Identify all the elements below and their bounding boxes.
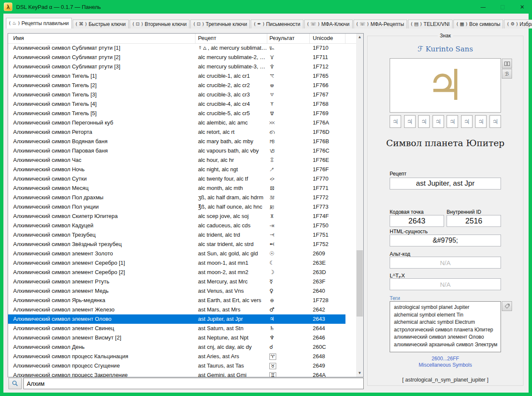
code-point-field[interactable] [390, 215, 444, 227]
table-row[interactable]: Алхимический символ Сублимат ртути [3] a… [8, 62, 356, 71]
table-row[interactable]: Алхимический символ Сублимат ртути [1] ☿… [8, 43, 356, 53]
table-row[interactable]: Алхимический символ элемент Серебро [1] … [8, 258, 356, 268]
close-button[interactable]: ✕ [512, 0, 532, 14]
cell-result: 🝥 [267, 71, 310, 81]
result-glyph: ☌ [269, 344, 273, 350]
table-row[interactable]: Алхимический символ Пол унции ℥ß, alc ha… [8, 202, 356, 212]
html-entity-field[interactable] [390, 235, 501, 246]
html-entity-label: HTML-сущность [390, 229, 428, 235]
minimize-button[interactable]: — [473, 0, 493, 14]
tab-secondary-keys[interactable]: ( ⊡ ) Вторичные ключи [130, 20, 190, 28]
table-scrollbar[interactable]: ▲ ▼ [356, 34, 363, 377]
table-row[interactable]: Алхимический символ Час alc hour, alc hr… [8, 156, 356, 165]
font-name-link[interactable]: ℱ Kurinto Sans [368, 45, 523, 53]
scroll-down-icon[interactable]: ▼ [356, 370, 363, 377]
tab-telex-vni[interactable]: ( ▤ ) TELEX/VNI [408, 20, 453, 28]
cell-unicode: 264A [310, 371, 345, 377]
search-input[interactable] [23, 378, 364, 389]
glyph-variant-box[interactable]: ♃ [418, 115, 430, 128]
cell-unicode: 1F76F [310, 165, 345, 174]
column-header-result[interactable]: Результат [267, 34, 310, 43]
cell-name: Алхимический символ Тигель [3] [8, 90, 195, 99]
table-row[interactable]: Алхимический символ процесс Закрепление … [8, 371, 356, 377]
column-header-name[interactable]: Имя [8, 34, 195, 43]
table-row[interactable]: Алхимический символ Тигель [3] alc cruci… [8, 90, 356, 99]
book-icon [504, 62, 510, 66]
glyph-variant-box[interactable]: ♃ [447, 115, 458, 128]
glyph-variant-box[interactable]: ♃ [390, 115, 401, 128]
table-row[interactable]: Алхимический символ процесс Сгущение ast… [8, 361, 356, 371]
table-row[interactable]: Алхимический символ Пол драхмы ʒß, alc h… [8, 193, 356, 202]
table-row[interactable]: Алхимический символ Тигель [1] alc cruci… [8, 71, 356, 81]
table-row[interactable]: Алхимический символ Тигель [5] alc cruci… [8, 109, 356, 118]
table-row[interactable]: Алхимический символ Водяная баня alc mar… [8, 137, 356, 146]
tab-ipa-keys[interactable]: ( ☏ ) МФА-Ключи [304, 20, 353, 28]
scrollbar-thumb[interactable] [357, 250, 363, 317]
table-row[interactable]: Алхимический символ Паровая баня alc vap… [8, 146, 356, 156]
table-row[interactable]: Алхимический символ элемент Ртуть ast Me… [8, 277, 356, 286]
table-row[interactable]: Алхимический символ Ярь-медянка ast Eart… [8, 296, 356, 305]
table-row[interactable]: Алхимический символ Реторта alc retort, … [8, 127, 356, 137]
column-header-recipe[interactable]: Рецепт [195, 34, 267, 43]
table-row[interactable]: Алхимический символ элемент Олово ast Ju… [8, 314, 356, 324]
table-row[interactable]: Алхимический символ Ночь alc night, alc … [8, 165, 356, 174]
table-row[interactable]: Алхимический символ элемент Золото ast S… [8, 249, 356, 258]
cell-name: Алхимический символ Скипетр Юпитера [8, 212, 195, 221]
latex-field[interactable] [390, 278, 501, 290]
table-row[interactable]: Алхимический символ Скипетр Юпитера alc … [8, 212, 356, 221]
close-icon: ✕ [520, 4, 525, 10]
recipe-field[interactable] [390, 178, 501, 190]
tab-tertiary-keys[interactable]: ( ⊡ ) Третичные ключи [190, 20, 250, 28]
edit-tags-button[interactable] [502, 301, 512, 311]
table-row[interactable]: Алхимический символ элемент Висмут [2] a… [8, 333, 356, 342]
tag-item: alchemical symbol element Tin [394, 311, 499, 319]
cell-name: Алхимический символ Тигель [2] [8, 81, 195, 90]
tags-list[interactable]: astrological symbol planet Jupiteralchem… [390, 301, 501, 352]
table-row[interactable]: Алхимический символ Трезубец alc trident… [8, 230, 356, 240]
scroll-up-icon[interactable]: ▲ [356, 34, 363, 41]
tab-all-symbols[interactable]: ( ▦ ) Все символы [453, 20, 503, 28]
tab-favorites[interactable]: ( ⚙ ) Избранное [504, 20, 532, 28]
glyph-variant-box[interactable]: ♃ [433, 115, 444, 128]
search-button[interactable] [8, 378, 22, 389]
cell-spacer [345, 99, 356, 109]
table-row[interactable]: Алхимический символ Сутки alc twenty fou… [8, 174, 356, 184]
column-header-unicode[interactable]: Unicode [310, 34, 345, 43]
tab-ipa-recipes[interactable]: ( ☏ ) МФА-Рецепты [354, 20, 407, 28]
table-row[interactable]: Алхимический символ Тигель [2] alc cruci… [8, 81, 356, 90]
glyph-variant-box[interactable]: ♃ [490, 115, 501, 128]
maximize-button[interactable]: □ [493, 0, 512, 14]
table-row[interactable]: Алхимический символ процесс Кальцинация … [8, 352, 356, 361]
cell-result: ☽ [267, 268, 310, 277]
tab-melt-recipes[interactable]: ( ♨ ) Рецепты плавильни [6, 18, 72, 28]
table-row[interactable]: Алхимический символ элемент Свинец ast S… [8, 324, 356, 333]
tab-quick-keys[interactable]: ( ⌘ ) Быстрые ключи [73, 20, 129, 28]
table-row[interactable]: Алхимический символ Кадуцей alc caduceus… [8, 221, 356, 230]
tab-icon: ( ☏ ) [357, 20, 369, 28]
glyph-variant-box[interactable]: ♃ [475, 115, 487, 128]
table-row[interactable]: Алхимический символ Перегонный куб alc a… [8, 118, 356, 127]
tab-scripts[interactable]: ( ✒ ) Письменности [251, 20, 303, 28]
table-row[interactable]: Алхимический символ Месяц alc month, alc… [8, 184, 356, 193]
table-body: Алхимический символ Сублимат ртути [1] ☿… [8, 43, 356, 377]
glyph-variant-box[interactable]: ♃ [404, 115, 416, 128]
internal-id-field[interactable] [447, 215, 501, 227]
tab-label: Вторичные ключи [145, 20, 187, 28]
table-row[interactable]: Алхимический символ Звёздный трезубец al… [8, 240, 356, 249]
glyph-info-button[interactable] [502, 59, 512, 68]
glyph-variant-box[interactable]: ♃ [461, 115, 473, 128]
alt-code-field[interactable] [390, 257, 501, 269]
table-row[interactable]: Алхимический символ Тигель [4] alc cruci… [8, 99, 356, 109]
cell-unicode: 1F770 [310, 174, 345, 184]
glyph-style-button[interactable]: ℬ [502, 69, 512, 79]
table-row[interactable]: Алхимический символ Сублимат ртути [2] a… [8, 53, 356, 62]
table-row[interactable]: Алхимический символ элемент Медь ast Ven… [8, 286, 356, 296]
result-glyph: 🝑 [269, 232, 275, 238]
block-range-link[interactable]: 2600...26FF [368, 356, 523, 362]
block-name-link[interactable]: Miscellaneous Symbols [368, 362, 523, 368]
table-row[interactable]: Алхимический символ День ast cnj, alc da… [8, 342, 356, 352]
cell-unicode: 1F751 [310, 230, 345, 240]
table-row[interactable]: Алхимический символ элемент Железо ast M… [8, 305, 356, 314]
result-glyph: 🝒 [269, 241, 275, 247]
table-row[interactable]: Алхимический символ элемент Серебро [2] … [8, 268, 356, 277]
